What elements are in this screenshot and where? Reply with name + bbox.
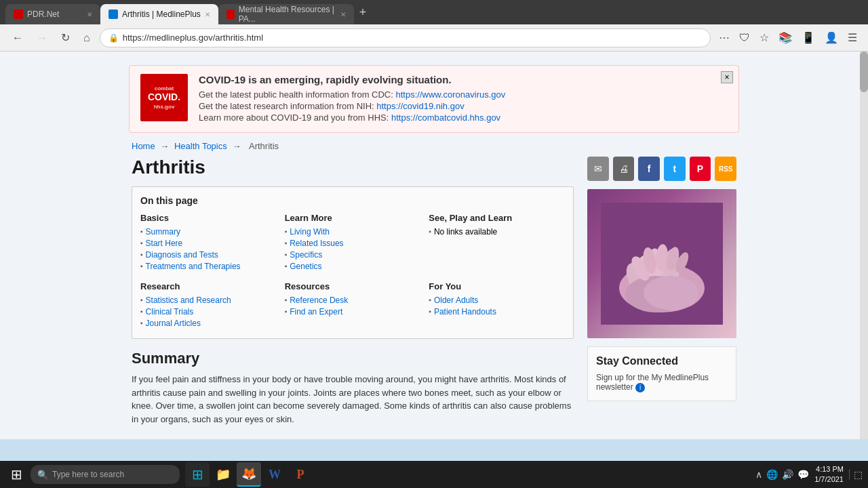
explorer-icon: 📁 [216, 467, 231, 482]
link-statistics[interactable]: Statistics and Research [146, 296, 231, 305]
scrollbar[interactable] [860, 52, 868, 439]
tab-label-arthritis: Arthritis | MedlinePlus [122, 9, 201, 19]
covid-cdc: Get the latest public health information… [199, 89, 728, 100]
summary-text: If you feel pain and stiffness in your b… [132, 373, 574, 426]
link-journal-articles[interactable]: Journal Articles [146, 319, 201, 328]
taskbar-right: ∧ 🌐 🔊 💬 4:13 PM 1/7/2021 ⬚ [755, 464, 863, 485]
link-treatments[interactable]: Treatments and Therapies [146, 262, 241, 271]
pinterest-share-button[interactable]: P [690, 157, 711, 181]
list-item: Reference Desk [285, 296, 421, 305]
tab-favicon-arthritis [108, 9, 118, 19]
list-item: Summary [140, 227, 277, 237]
taskbar-app-explorer[interactable]: 📁 [211, 462, 235, 487]
breadcrumb-health-topics[interactable]: Health Topics [174, 141, 227, 151]
covid-nih-link[interactable]: https://covid19.nih.gov [376, 101, 464, 111]
covid-logo-line3: hhs.gov [154, 104, 175, 110]
synced-tabs-button[interactable]: 📱 [799, 30, 818, 45]
link-start-here[interactable]: Start Here [146, 239, 183, 248]
breadcrumb: Home → Health Topics → Arthritis [129, 141, 739, 151]
back-button[interactable]: ← [8, 30, 27, 45]
volume-icon[interactable]: 🔊 [782, 469, 793, 480]
tab-mental-health[interactable]: Mental Health Resources | PA... ✕ [218, 4, 354, 24]
section-resources: Resources Reference Desk Find an Expert [285, 281, 421, 330]
nav-right-icons: ⋯ 🛡 ☆ 📚 📱 👤 ☰ [716, 30, 860, 45]
covid-hhs-link[interactable]: https://combatcovid.hhs.gov [391, 113, 500, 123]
taskbar-clock: 4:13 PM 1/7/2021 [814, 464, 844, 485]
covid-text: COVID-19 is an emerging, rapidly evolvin… [199, 74, 728, 124]
url-bar[interactable]: 🔒 https://medlineplus.gov/arthritis.html [100, 28, 711, 47]
social-icons: ✉ 🖨 f t P RSS [587, 157, 736, 181]
tab-close-arthritis[interactable]: ✕ [205, 11, 210, 18]
home-button[interactable]: ⌂ [79, 30, 94, 45]
link-genetics[interactable]: Genetics [290, 262, 321, 271]
link-living-with[interactable]: Living With [290, 227, 330, 237]
link-specifics[interactable]: Specifics [290, 250, 322, 260]
new-tab-button[interactable]: + [357, 5, 370, 20]
taskbar-app-powerpoint[interactable]: P [288, 462, 313, 487]
taskbar-app-word[interactable]: W [262, 462, 287, 487]
link-diagnosis[interactable]: Diagnosis and Tests [146, 250, 218, 260]
tab-pdr[interactable]: PDR.Net ✕ [5, 4, 100, 24]
tab-close-mental-health[interactable]: ✕ [340, 11, 346, 18]
word-icon: W [269, 468, 281, 482]
scrollbar-thumb[interactable] [860, 52, 868, 92]
show-desktop-button[interactable]: ⬚ [849, 469, 863, 480]
taskbar: ⊞ 🔍 Type here to search ⊞ 📁 🦊 W P ∧ 🌐 🔊 … [0, 461, 868, 488]
link-older-adults[interactable]: Older Adults [434, 296, 478, 305]
refresh-button[interactable]: ↻ [57, 30, 74, 45]
link-find-expert[interactable]: Find an Expert [290, 307, 342, 317]
right-column: ✉ 🖨 f t P RSS [587, 157, 736, 426]
section-grid: Basics Summary Start Here Diagnosis and … [140, 213, 565, 330]
list-item: Diagnosis and Tests [140, 250, 277, 260]
list-item: Genetics [285, 262, 421, 271]
link-related-issues[interactable]: Related Issues [290, 239, 343, 248]
facebook-share-button[interactable]: f [638, 157, 660, 181]
email-share-button[interactable]: ✉ [587, 157, 609, 181]
account-button[interactable]: 👤 [822, 30, 841, 45]
menu-button[interactable]: ☰ [845, 30, 860, 45]
taskbar-app-firefox[interactable]: 🦊 [237, 462, 261, 487]
on-this-page-box: On this page Basics Summary Start Here D… [132, 186, 574, 339]
covid-banner: combat COVID. hhs.gov COVID-19 is an eme… [129, 65, 739, 133]
notification-icon[interactable]: 💬 [797, 469, 809, 480]
network-icon[interactable]: 🌐 [766, 469, 778, 480]
tab-arthritis[interactable]: Arthritis | MedlinePlus ✕ [100, 4, 218, 24]
powerpoint-icon: P [297, 468, 304, 482]
link-reference-desk[interactable]: Reference Desk [290, 296, 348, 305]
breadcrumb-home[interactable]: Home [132, 141, 155, 151]
section-basics-title: Basics [140, 213, 277, 223]
taskbar-search[interactable]: 🔍 Type here to search [31, 465, 180, 484]
firefox-icon: 🦊 [241, 466, 256, 481]
section-see-play-learn: See, Play and Learn No links available [429, 213, 565, 273]
covid-title: COVID-19 is an emerging, rapidly evolvin… [199, 74, 728, 85]
bookmarks-sidebar-button[interactable]: 📚 [776, 30, 795, 45]
extensions-button[interactable]: ⋯ [716, 30, 732, 45]
covid-logo: combat COVID. hhs.gov [140, 74, 188, 121]
breadcrumb-current: Arthritis [249, 141, 279, 151]
tab-close-pdr[interactable]: ✕ [87, 11, 92, 18]
section-for-you-list: Older Adults Patient Handouts [429, 296, 565, 317]
svg-point-8 [644, 276, 698, 310]
twitter-share-button[interactable]: t [664, 157, 686, 181]
start-button[interactable]: ⊞ [5, 464, 28, 485]
bookmark-button[interactable]: ☆ [757, 30, 772, 45]
link-clinical-trials[interactable]: Clinical Trials [146, 307, 194, 317]
main-content: Arthritis On this page Basics Summary St… [129, 157, 739, 426]
link-patient-handouts[interactable]: Patient Handouts [434, 307, 496, 317]
info-icon[interactable]: i [635, 383, 645, 392]
forward-button[interactable]: → [33, 30, 52, 45]
chevron-up-icon[interactable]: ∧ [755, 469, 762, 480]
covid-close-button[interactable]: × [721, 71, 733, 83]
stay-connected-text: Sign up for the My MedlinePlus newslette… [596, 373, 728, 392]
link-summary[interactable]: Summary [146, 227, 180, 237]
taskbar-app-store[interactable]: ⊞ [185, 462, 210, 487]
covid-cdc-link[interactable]: https://www.coronavirus.gov [395, 89, 505, 100]
pocket-button[interactable]: 🛡 [736, 30, 753, 45]
tab-bar: PDR.Net ✕ Arthritis | MedlinePlus ✕ Ment… [0, 0, 868, 24]
rss-button[interactable]: RSS [715, 157, 736, 181]
section-resources-list: Reference Desk Find an Expert [285, 296, 421, 317]
breadcrumb-arrow2: → [232, 141, 241, 151]
print-button[interactable]: 🖨 [613, 157, 635, 181]
taskbar-search-input[interactable]: Type here to search [52, 470, 124, 479]
list-item: Patient Handouts [429, 307, 565, 317]
